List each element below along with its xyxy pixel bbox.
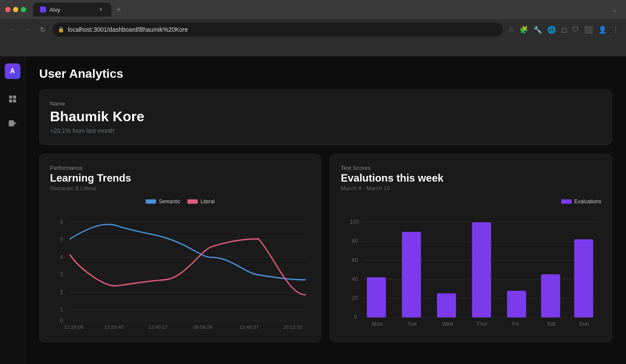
bar-sun bbox=[574, 239, 593, 318]
bar-thu bbox=[472, 222, 491, 318]
sidebar-item-video[interactable] bbox=[5, 116, 20, 131]
app-logo: A bbox=[5, 63, 20, 79]
sidebar-toggle[interactable]: ⬛ bbox=[584, 26, 593, 34]
tab-title: Aivy bbox=[50, 7, 94, 13]
bar-sat bbox=[541, 275, 560, 318]
sidebar-item-dashboard[interactable] bbox=[5, 91, 20, 107]
svg-text:12:49:37: 12:49:37 bbox=[239, 324, 259, 330]
extension-icon-2[interactable]: 🔧 bbox=[533, 26, 542, 34]
svg-text:Sun: Sun bbox=[579, 321, 589, 327]
page-title: User Analytics bbox=[39, 67, 612, 81]
extension-icon-5[interactable]: 🛡 bbox=[572, 26, 579, 33]
literal-color bbox=[187, 199, 198, 204]
svg-text:Thur: Thur bbox=[476, 321, 487, 327]
svg-text:10:12:32: 10:12:32 bbox=[283, 324, 303, 330]
svg-text:40: 40 bbox=[352, 276, 358, 282]
name-label: Name bbox=[50, 100, 601, 107]
svg-text:Wed: Wed bbox=[442, 321, 453, 327]
svg-rect-1 bbox=[13, 96, 16, 99]
ts-section-label: Test Scores bbox=[341, 165, 601, 171]
svg-text:12:33:40: 12:33:40 bbox=[104, 324, 123, 330]
user-name: Bhaumik Kore bbox=[50, 109, 601, 125]
svg-text:20: 20 bbox=[352, 295, 358, 301]
svg-text:3: 3 bbox=[60, 271, 63, 278]
svg-text:12:45:27: 12:45:27 bbox=[148, 324, 168, 330]
charts-row: Performance Learning Trends Semantic & L… bbox=[39, 154, 612, 342]
learning-trends-card: Performance Learning Trends Semantic & L… bbox=[39, 154, 321, 342]
svg-rect-3 bbox=[13, 99, 16, 103]
sidebar: A bbox=[0, 56, 25, 364]
svg-text:Tue: Tue bbox=[407, 321, 416, 327]
eval-label: Evaluations bbox=[574, 199, 601, 205]
profile-icon[interactable]: 👤 bbox=[598, 26, 607, 34]
close-button[interactable] bbox=[5, 7, 10, 12]
ts-subtitle: March 4 - March 10 bbox=[341, 185, 601, 192]
lt-legend: Semantic Literal bbox=[50, 199, 310, 205]
bar-tue bbox=[402, 232, 421, 318]
new-tab-button[interactable]: + bbox=[113, 5, 125, 14]
svg-rect-0 bbox=[9, 96, 12, 99]
extension-icon-1[interactable]: 🧩 bbox=[519, 26, 528, 34]
bar-mon bbox=[367, 278, 386, 318]
reload-button[interactable]: ↻ bbox=[38, 24, 47, 36]
svg-rect-4 bbox=[9, 120, 14, 126]
user-stat: +20.1% from last month bbox=[50, 127, 601, 134]
svg-rect-2 bbox=[9, 99, 12, 103]
svg-text:2: 2 bbox=[60, 289, 63, 295]
svg-text:5: 5 bbox=[60, 237, 63, 243]
ts-legend-eval: Evaluations bbox=[561, 199, 601, 205]
lt-section-label: Performance bbox=[50, 165, 310, 171]
svg-text:0: 0 bbox=[354, 314, 357, 320]
minimize-button[interactable] bbox=[13, 7, 18, 12]
literal-label: Literal bbox=[200, 199, 215, 205]
tab-favicon bbox=[40, 7, 46, 13]
svg-text:100: 100 bbox=[350, 219, 359, 225]
tab-close-icon[interactable]: ✕ bbox=[97, 7, 104, 13]
address-bar: ← → ↻ 🔒 localhost:3001/dashboard/Bhaumik… bbox=[0, 19, 626, 40]
lt-legend-semantic: Semantic bbox=[146, 199, 180, 205]
url-text: localhost:3001/dashboard/Bhaumik%20Kore bbox=[68, 26, 188, 33]
ts-legend: Evaluations bbox=[341, 199, 601, 205]
svg-text:1: 1 bbox=[60, 307, 63, 313]
svg-text:Mon: Mon bbox=[372, 321, 383, 327]
svg-text:60: 60 bbox=[352, 257, 358, 263]
svg-text:09:56:26: 09:56:26 bbox=[193, 324, 213, 330]
eval-color bbox=[561, 199, 572, 204]
svg-text:4: 4 bbox=[60, 254, 63, 260]
semantic-label: Semantic bbox=[159, 199, 180, 205]
traffic-lights bbox=[5, 7, 26, 12]
bar-wed bbox=[437, 293, 456, 317]
svg-text:80: 80 bbox=[352, 238, 358, 244]
learning-trends-svg: 6 5 4 3 2 1 0 bbox=[50, 210, 310, 330]
lt-subtitle: Semantic & Literal bbox=[50, 185, 310, 192]
test-scores-card: Test Scores Evalutions this week March 4… bbox=[330, 154, 612, 342]
ts-title: Evalutions this week bbox=[341, 172, 601, 184]
test-scores-svg: 100 80 60 40 20 0 bbox=[341, 210, 601, 330]
svg-marker-5 bbox=[14, 122, 17, 125]
lt-legend-literal: Literal bbox=[187, 199, 215, 205]
user-card: Name Bhaumik Kore +20.1% from last month bbox=[39, 89, 612, 145]
svg-text:12:26:06: 12:26:06 bbox=[64, 324, 83, 330]
secure-icon: 🔒 bbox=[58, 26, 64, 33]
svg-text:6: 6 bbox=[60, 219, 63, 225]
url-bar[interactable]: 🔒 localhost:3001/dashboard/Bhaumik%20Kor… bbox=[53, 23, 503, 36]
svg-text:Sat: Sat bbox=[547, 321, 556, 327]
extension-icon-3[interactable]: 🌐 bbox=[547, 26, 556, 34]
bookmark-icon[interactable]: ☆ bbox=[508, 26, 514, 34]
main-content: User Analytics Name Bhaumik Kore +20.1% … bbox=[25, 56, 626, 364]
svg-text:Fri: Fri bbox=[512, 321, 519, 327]
semantic-color bbox=[146, 199, 156, 204]
bar-fri bbox=[507, 291, 526, 318]
tab-more-button[interactable]: ⌄ bbox=[609, 4, 621, 15]
toolbar-icons: ☆ 🧩 🔧 🌐 ◻ 🛡 ⬛ 👤 ⋮ bbox=[508, 26, 619, 34]
back-button[interactable]: ← bbox=[7, 24, 17, 35]
svg-text:0: 0 bbox=[60, 318, 63, 324]
active-tab[interactable]: Aivy ✕ bbox=[33, 3, 111, 17]
menu-icon[interactable]: ⋮ bbox=[612, 26, 619, 34]
forward-button[interactable]: → bbox=[23, 24, 33, 35]
lt-title: Learning Trends bbox=[50, 172, 310, 184]
maximize-button[interactable] bbox=[21, 7, 26, 12]
extension-icon-4[interactable]: ◻ bbox=[561, 26, 567, 34]
tab-bar: Aivy ✕ + bbox=[33, 3, 605, 17]
